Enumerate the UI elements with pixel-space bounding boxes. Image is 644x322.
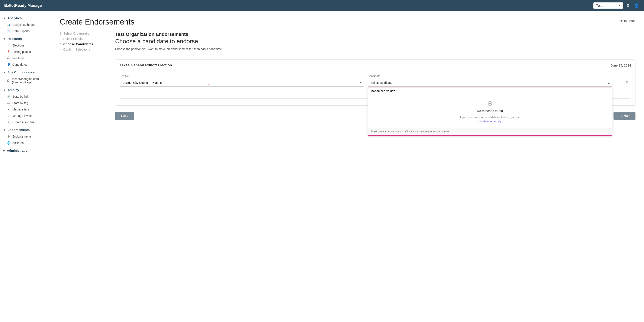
sidebar-analytics-header[interactable]: ▼ Analytics [0,14,51,22]
subtitle: Choose the position you want to make an … [115,47,636,51]
candidate-select[interactable]: Select candidate [368,79,612,86]
delete-row-button[interactable]: 🗑 [624,79,631,86]
sidebar-endorsements-header[interactable]: ▼ Endorsements [0,126,51,133]
chevron-down-icon-research: ▼ [4,38,6,40]
link-icon: 🔗 [7,95,10,98]
sidebar-stats-tag-label: Stats by tag [12,101,28,105]
step-4: 4. Confirm Selections [60,48,106,51]
sidebar: ▼ Analytics 📊 Usage Dashboard 📄 Data Exp… [0,11,51,322]
sidebar-research-header[interactable]: ▼ Research [0,35,51,42]
sidebar-section-site-config: ▼ Site Configuration 🗒 test.civicengine.… [0,69,51,86]
circle-plus-icon: ⊕ [372,99,608,107]
sidebar-section-administration: ▶ Administration [0,147,51,154]
sidebar-item-manage-invites[interactable]: ≡ Manage invites [0,112,51,119]
sidebar-amplify-label: Amplify [8,88,19,92]
chevron-down-icon-site: ▼ [4,71,6,74]
sidebar-item-landing-page[interactable]: 🗒 test.civicengine.com (Landing Page) [0,76,51,86]
sidebar-analytics-label: Analytics [8,16,22,20]
sidebar-landing-page-label: test.civicengine.com (Landing Page) [12,77,48,84]
sidebar-item-create-invite-link[interactable]: + Create invite link [0,119,51,126]
position-select-wrapper: DeSoto City Council - Place 6 ▼ [120,79,364,86]
sidebar-administration-header[interactable]: ▶ Administration [0,147,51,154]
sidebar-candidates-label: Candidates [12,63,28,66]
election-date: June 15, 2024 [611,64,631,67]
file-icon: 📄 [7,30,10,33]
sidebar-create-invite-label: Create invite link [12,120,34,124]
sidebar-item-affiliates[interactable]: 🌐 Affiliates [0,140,51,146]
sidebar-affiliates-label: Affiliates [12,141,24,144]
sidebar-item-manage-tags[interactable]: ≡ Manage tags [0,106,51,112]
candidate-select-wrapper: Select candidate ▲ [368,79,612,86]
sidebar-section-endorsements: ▼ Endorsements ⚙ Endorsements 🌐 Affiliat… [0,126,51,146]
sidebar-usage-dashboard-label: Usage Dashboard [12,23,36,26]
chevron-down-icon-endorsements: ▼ [4,128,6,131]
pink-arrow-right-icon: ← [616,80,620,86]
sidebar-amplify-header[interactable]: ▼ Amplify [0,86,51,94]
position-select[interactable]: DeSoto City Council - Place 6 [120,79,364,86]
plus-icon: + [7,120,10,124]
candidate-dropdown: ⊕ No matches found If you dont see your … [368,87,612,136]
sidebar-stats-link-label: Stats by link [12,95,28,98]
sidebar-data-exports-label: Data Exports [12,30,30,33]
arrow-annotation-top: ← [616,80,620,86]
org-select[interactable]: Test Production [593,2,623,9]
sidebar-item-usage-dashboard[interactable]: 📊 Usage Dashboard [0,22,51,28]
sidebar-item-elections[interactable]: ☆ Elections [0,42,51,48]
sidebar-item-data-exports[interactable]: 📄 Data Exports [0,28,51,34]
form-area: Test Organization Endorsements Choose a … [115,32,636,120]
step-3: 3. Choose Candidates [60,42,106,46]
doc-icon: 🗒 [7,79,10,82]
chevron-down-icon-amplify: ▼ [4,89,6,91]
no-matches-sub: If you dont see your candidate on the li… [372,115,608,124]
empty-position-input[interactable] [120,90,374,98]
sidebar-site-config-header[interactable]: ▼ Site Configuration [0,69,51,76]
card-header: Texas General Runoff Election June 15, 2… [115,60,635,71]
pink-arrow-add-manually-icon: ← [206,82,211,87]
sidebar-positions-label: Positions [12,56,24,60]
sidebar-item-positions[interactable]: 🏛 Positions [0,55,51,62]
settings-icon[interactable]: ⚙ [626,2,631,9]
sidebar-endorsements-label: Endorsements [8,128,30,132]
chart-icon: 📊 [7,23,10,26]
sidebar-elections-label: Elections [12,44,24,47]
sidebar-item-stats-by-link[interactable]: 🔗 Stats by link [0,94,51,100]
chevron-right-icon-admin: ▶ [4,149,5,152]
pin-icon: 📍 [7,50,10,54]
sidebar-administration-label: Administration [7,149,30,152]
sidebar-manage-tags-label: Manage tags [12,108,30,111]
app-logo: BallotReady Manage [4,4,42,8]
sidebar-section-amplify: ▼ Amplify 🔗 Stats by link 🏷 Stats by tag… [0,86,51,126]
sidebar-item-endorsements[interactable]: ⚙ Endorsements [0,133,51,140]
sidebar-manage-invites-label: Manage invites [12,114,32,118]
org-select-wrapper: Test Production ▼ [593,2,623,9]
main-content: Create Endorsements ← Exit to Home 1. Se… [51,11,644,322]
user-icon[interactable]: 👤 [633,2,640,9]
sidebar-item-polling-places[interactable]: 📍 Polling places [0,48,51,55]
person-icon: 👤 [7,63,10,66]
content-area: 1. Select Organization 2. Select Electio… [60,32,636,120]
add-manually-link[interactable]: add them manually. [478,120,502,123]
candidate-search-input[interactable] [368,88,612,95]
field-row: Position DeSoto City Council - Place 6 ▼ [120,74,631,86]
sidebar-item-stats-by-tag[interactable]: 🏷 Stats by tag [0,100,51,106]
page-title: Create Endorsements [60,18,134,26]
no-matches-container: ⊕ No matches found If you dont see your … [368,95,612,128]
candidate-container: Select candidate ▲ [368,79,612,86]
submit-button[interactable]: Submit [614,112,636,120]
sidebar-section-analytics: ▼ Analytics 📊 Usage Dashboard 📄 Data Exp… [0,14,51,34]
gear-icon: ⚙ [7,135,10,138]
election-name: Texas General Runoff Election [120,63,172,68]
header-right: Test Production ▼ ⚙ 👤 [593,2,640,9]
sidebar-item-candidates[interactable]: 👤 Candidates [0,62,51,68]
dropdown-footer: Don't see your endorsement? Check your r… [368,128,612,135]
app-header: BallotReady Manage Test Production ▼ ⚙ 👤 [0,0,644,11]
page-header: Create Endorsements ← Exit to Home [60,18,636,26]
back-button[interactable]: Back [115,112,134,120]
exit-to-home-link[interactable]: ← Exit to Home [614,19,636,22]
sidebar-endorsements-sub-label: Endorsements [12,135,32,138]
chevron-down-icon: ▼ [4,17,6,20]
position-label: Position [120,74,364,78]
no-matches-sub-text: If you dont see your candidate on the li… [459,116,520,119]
building-icon: 🏛 [7,56,10,60]
card-body: Position DeSoto City Council - Place 6 ▼ [115,71,635,105]
